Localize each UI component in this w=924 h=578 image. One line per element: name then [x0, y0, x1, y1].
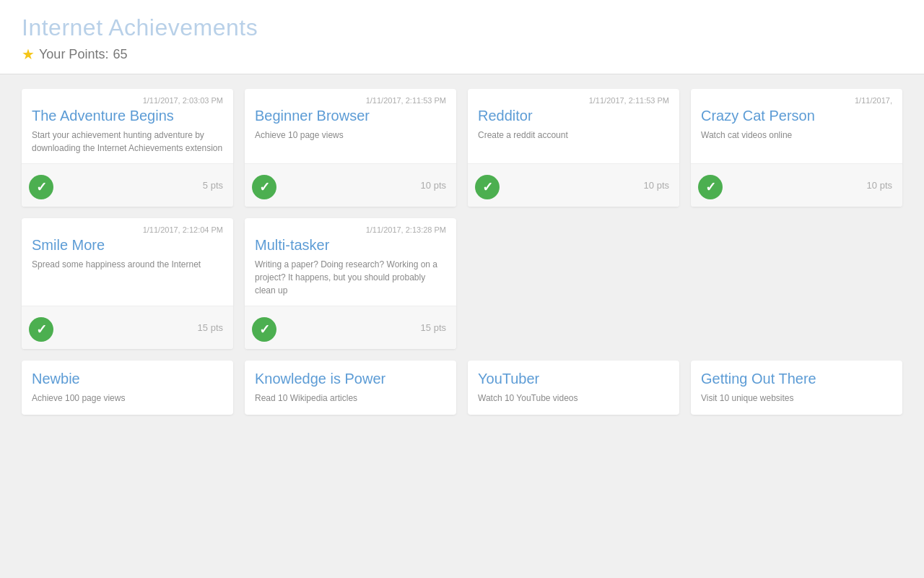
- card-desc: Create a reddit account: [478, 129, 669, 142]
- card-desc: Spread some happiness around the Interne…: [32, 258, 223, 271]
- card-footer: ✓ 10 pts: [691, 163, 902, 207]
- card-points: 15 pts: [421, 322, 446, 333]
- check-icon: ✓: [252, 317, 276, 342]
- points-value: 65: [113, 47, 127, 62]
- card-date: 1/11/2017, 2:11:53 PM: [478, 96, 669, 105]
- card-smile-more: 1/11/2017, 2:12:04 PM Smile More Spread …: [22, 218, 233, 349]
- card-body: 1/11/2017, Crazy Cat Person Watch cat vi…: [691, 89, 902, 163]
- card-knowledge: Knowledge is Power Read 10 Wikipedia art…: [245, 361, 456, 415]
- card-body: 1/11/2017, 2:03:03 PM The Adventure Begi…: [22, 89, 233, 163]
- card-points: 10 pts: [867, 180, 892, 191]
- card-title: Newbie: [32, 371, 223, 387]
- achievement-grid-row1: 1/11/2017, 2:03:03 PM The Adventure Begi…: [22, 89, 902, 207]
- card-adventure-begins: 1/11/2017, 2:03:03 PM The Adventure Begi…: [22, 89, 233, 207]
- card-desc: Visit 10 unique websites: [701, 392, 892, 405]
- card-desc: Achieve 10 page views: [255, 129, 446, 142]
- main-content: 1/11/2017, 2:03:03 PM The Adventure Begi…: [0, 74, 924, 429]
- card-title: YouTuber: [478, 371, 669, 387]
- card-crazy-cat: 1/11/2017, Crazy Cat Person Watch cat vi…: [691, 89, 902, 207]
- card-body: 1/11/2017, 2:12:04 PM Smile More Spread …: [22, 218, 233, 306]
- card-newbie: Newbie Achieve 100 page views: [22, 361, 233, 415]
- card-body: 1/11/2017, 2:11:53 PM Redditor Create a …: [468, 89, 679, 163]
- achievement-grid-row2: 1/11/2017, 2:12:04 PM Smile More Spread …: [22, 218, 902, 349]
- card-desc: Read 10 Wikipedia articles: [255, 392, 446, 405]
- empty-placeholder-1: [468, 218, 679, 349]
- card-date: 1/11/2017, 2:11:53 PM: [255, 96, 446, 105]
- card-getting-out-there: Getting Out There Visit 10 unique websit…: [691, 361, 902, 415]
- card-body: 1/11/2017, 2:13:28 PM Multi-tasker Writi…: [245, 218, 456, 306]
- card-footer: ✓ 15 pts: [22, 306, 233, 349]
- card-desc: Start your achievement hunting adventure…: [32, 129, 223, 155]
- card-footer: ✓ 10 pts: [468, 163, 679, 207]
- card-title: Beginner Browser: [255, 108, 446, 124]
- check-icon: ✓: [29, 175, 53, 199]
- card-footer: ✓ 5 pts: [22, 163, 233, 207]
- points-label: Your Points:: [39, 47, 108, 62]
- points-row: ★ Your Points: 65: [22, 46, 902, 63]
- card-footer: ✓ 15 pts: [245, 306, 456, 349]
- card-beginner-browser: 1/11/2017, 2:11:53 PM Beginner Browser A…: [245, 89, 456, 207]
- check-icon: ✓: [29, 317, 53, 342]
- star-icon: ★: [22, 46, 35, 63]
- title-part1: Internet: [22, 14, 103, 40]
- card-points: 10 pts: [644, 180, 669, 191]
- card-multitasker: 1/11/2017, 2:13:28 PM Multi-tasker Writi…: [245, 218, 456, 349]
- page-title: Internet Achievements: [22, 14, 902, 41]
- card-title: Getting Out There: [701, 371, 892, 387]
- incomplete-grid: Newbie Achieve 100 page views Knowledge …: [22, 361, 902, 415]
- card-body: 1/11/2017, 2:11:53 PM Beginner Browser A…: [245, 89, 456, 163]
- card-title: Multi-tasker: [255, 237, 446, 254]
- check-icon: ✓: [252, 175, 276, 199]
- empty-placeholder-2: [691, 218, 902, 349]
- card-points: 10 pts: [421, 180, 446, 191]
- card-date: 1/11/2017, 2:03:03 PM: [32, 96, 223, 105]
- card-date: 1/11/2017, 2:13:28 PM: [255, 225, 446, 234]
- card-desc: Watch cat videos online: [701, 129, 892, 142]
- card-youtuber: YouTuber Watch 10 YouTube videos: [468, 361, 679, 415]
- card-desc: Achieve 100 page views: [32, 392, 223, 405]
- check-icon: ✓: [475, 175, 500, 199]
- card-footer: ✓ 10 pts: [245, 163, 456, 207]
- check-icon: ✓: [698, 175, 723, 199]
- card-title: The Adventure Begins: [32, 108, 223, 124]
- card-desc: Watch 10 YouTube videos: [478, 392, 669, 405]
- card-title: Redditor: [478, 108, 669, 124]
- card-date: 1/11/2017, 2:12:04 PM: [32, 225, 223, 234]
- card-redditor: 1/11/2017, 2:11:53 PM Redditor Create a …: [468, 89, 679, 207]
- card-title: Knowledge is Power: [255, 371, 446, 387]
- page-header: Internet Achievements ★ Your Points: 65: [0, 0, 924, 74]
- title-part2: Achievements: [103, 14, 258, 40]
- card-date: 1/11/2017,: [701, 96, 892, 105]
- card-title: Smile More: [32, 237, 223, 254]
- card-title: Crazy Cat Person: [701, 108, 892, 124]
- card-points: 5 pts: [203, 180, 223, 191]
- card-desc: Writing a paper? Doing research? Working…: [255, 258, 446, 297]
- card-points: 15 pts: [198, 322, 223, 333]
